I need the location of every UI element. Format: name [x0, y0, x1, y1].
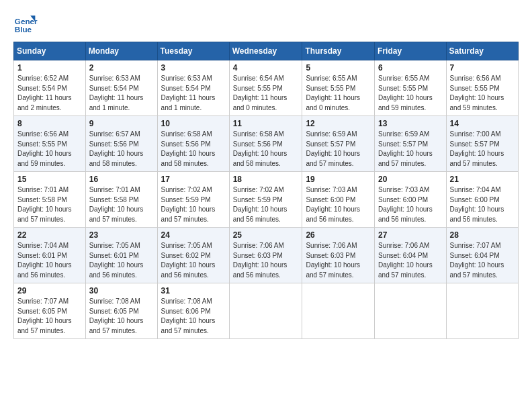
calendar-cell: 21 Sunrise: 7:04 AMSunset: 6:00 PMDaylig… — [446, 172, 518, 228]
weekday-header-row: SundayMondayTuesdayWednesdayThursdayFrid… — [14, 42, 519, 60]
logo: General Blue — [13, 11, 40, 35]
header: General Blue — [13, 11, 519, 35]
day-detail: Sunrise: 6:54 AMSunset: 5:55 PMDaylight:… — [233, 75, 287, 111]
day-number: 26 — [306, 230, 371, 240]
day-detail: Sunrise: 7:04 AMSunset: 6:00 PMDaylight:… — [450, 186, 504, 223]
calendar-cell: 5 Sunrise: 6:55 AMSunset: 5:55 PMDayligh… — [302, 60, 375, 116]
logo-icon: General Blue — [13, 11, 38, 35]
day-detail: Sunrise: 7:00 AMSunset: 5:57 PMDaylight:… — [450, 130, 504, 167]
calendar-week-3: 15 Sunrise: 7:01 AMSunset: 5:58 PMDaylig… — [14, 172, 519, 228]
day-number: 30 — [89, 286, 154, 295]
calendar-cell: 23 Sunrise: 7:05 AMSunset: 6:01 PMDaylig… — [85, 228, 157, 283]
day-number: 1 — [17, 63, 82, 73]
weekday-header-tuesday: Tuesday — [157, 42, 229, 60]
calendar-cell: 18 Sunrise: 7:02 AMSunset: 5:59 PMDaylig… — [229, 172, 302, 228]
day-detail: Sunrise: 6:58 AMSunset: 5:56 PMDaylight:… — [233, 130, 287, 167]
day-number: 25 — [233, 230, 299, 240]
weekday-header-thursday: Thursday — [302, 42, 375, 60]
calendar-cell: 11 Sunrise: 6:58 AMSunset: 5:56 PMDaylig… — [229, 116, 302, 172]
calendar-cell: 17 Sunrise: 7:02 AMSunset: 5:59 PMDaylig… — [157, 172, 229, 228]
day-detail: Sunrise: 7:06 AMSunset: 6:03 PMDaylight:… — [306, 242, 360, 279]
calendar-cell: 13 Sunrise: 6:59 AMSunset: 5:57 PMDaylig… — [375, 116, 446, 172]
day-detail: Sunrise: 7:06 AMSunset: 6:03 PMDaylight:… — [233, 242, 287, 279]
calendar-cell: 9 Sunrise: 6:57 AMSunset: 5:56 PMDayligh… — [85, 116, 157, 172]
weekday-header-saturday: Saturday — [446, 42, 518, 60]
day-number: 4 — [233, 63, 299, 73]
day-detail: Sunrise: 6:58 AMSunset: 5:56 PMDaylight:… — [161, 130, 216, 167]
calendar-cell: 10 Sunrise: 6:58 AMSunset: 5:56 PMDaylig… — [157, 116, 229, 172]
day-detail: Sunrise: 7:07 AMSunset: 6:04 PMDaylight:… — [450, 242, 504, 279]
day-number: 10 — [161, 119, 226, 128]
calendar-cell: 4 Sunrise: 6:54 AMSunset: 5:55 PMDayligh… — [229, 60, 302, 116]
calendar-cell: 31 Sunrise: 7:08 AMSunset: 6:06 PMDaylig… — [157, 283, 229, 339]
svg-text:Blue: Blue — [15, 25, 32, 34]
day-detail: Sunrise: 7:02 AMSunset: 5:59 PMDaylight:… — [233, 186, 287, 223]
calendar-cell: 25 Sunrise: 7:06 AMSunset: 6:03 PMDaylig… — [229, 228, 302, 283]
day-number: 13 — [378, 119, 442, 128]
day-number: 6 — [378, 63, 442, 73]
day-number: 9 — [89, 119, 154, 128]
calendar-cell — [446, 283, 518, 339]
day-number: 23 — [89, 230, 154, 240]
weekday-header-sunday: Sunday — [14, 42, 86, 60]
day-detail: Sunrise: 7:02 AMSunset: 5:59 PMDaylight:… — [161, 186, 216, 223]
calendar-cell: 7 Sunrise: 6:56 AMSunset: 5:55 PMDayligh… — [446, 60, 518, 116]
day-number: 8 — [17, 119, 82, 128]
day-detail: Sunrise: 6:53 AMSunset: 5:54 PMDaylight:… — [161, 75, 216, 111]
calendar-cell: 12 Sunrise: 6:59 AMSunset: 5:57 PMDaylig… — [302, 116, 375, 172]
calendar-cell — [375, 283, 446, 339]
day-number: 21 — [450, 175, 515, 184]
day-detail: Sunrise: 7:07 AMSunset: 6:05 PMDaylight:… — [17, 298, 72, 334]
day-detail: Sunrise: 7:03 AMSunset: 6:00 PMDaylight:… — [306, 186, 360, 223]
day-number: 11 — [233, 119, 299, 128]
day-number: 15 — [17, 175, 82, 184]
calendar-week-5: 29 Sunrise: 7:07 AMSunset: 6:05 PMDaylig… — [14, 283, 519, 339]
day-detail: Sunrise: 7:05 AMSunset: 6:02 PMDaylight:… — [161, 242, 216, 279]
calendar-cell: 16 Sunrise: 7:01 AMSunset: 5:58 PMDaylig… — [85, 172, 157, 228]
day-detail: Sunrise: 6:53 AMSunset: 5:54 PMDaylight:… — [89, 75, 144, 111]
calendar-week-1: 1 Sunrise: 6:52 AMSunset: 5:54 PMDayligh… — [14, 60, 519, 116]
day-number: 31 — [161, 286, 226, 295]
day-number: 22 — [17, 230, 82, 240]
calendar-cell: 14 Sunrise: 7:00 AMSunset: 5:57 PMDaylig… — [446, 116, 518, 172]
calendar-cell: 26 Sunrise: 7:06 AMSunset: 6:03 PMDaylig… — [302, 228, 375, 283]
calendar-cell: 15 Sunrise: 7:01 AMSunset: 5:58 PMDaylig… — [14, 172, 86, 228]
day-detail: Sunrise: 6:52 AMSunset: 5:54 PMDaylight:… — [17, 75, 72, 111]
weekday-header-wednesday: Wednesday — [229, 42, 302, 60]
calendar-cell: 22 Sunrise: 7:04 AMSunset: 6:01 PMDaylig… — [14, 228, 86, 283]
weekday-header-monday: Monday — [85, 42, 157, 60]
day-number: 12 — [306, 119, 371, 128]
day-detail: Sunrise: 6:56 AMSunset: 5:55 PMDaylight:… — [450, 75, 504, 111]
calendar-cell: 2 Sunrise: 6:53 AMSunset: 5:54 PMDayligh… — [85, 60, 157, 116]
day-detail: Sunrise: 7:03 AMSunset: 6:00 PMDaylight:… — [378, 186, 433, 223]
day-detail: Sunrise: 6:55 AMSunset: 5:55 PMDaylight:… — [378, 75, 433, 111]
day-number: 24 — [161, 230, 226, 240]
calendar-cell: 1 Sunrise: 6:52 AMSunset: 5:54 PMDayligh… — [14, 60, 86, 116]
day-number: 7 — [450, 63, 515, 73]
day-detail: Sunrise: 7:06 AMSunset: 6:04 PMDaylight:… — [378, 242, 433, 279]
day-detail: Sunrise: 7:04 AMSunset: 6:01 PMDaylight:… — [17, 242, 72, 279]
day-number: 27 — [378, 230, 442, 240]
day-number: 20 — [378, 175, 442, 184]
day-detail: Sunrise: 6:59 AMSunset: 5:57 PMDaylight:… — [306, 130, 360, 167]
calendar-cell — [229, 283, 302, 339]
day-detail: Sunrise: 7:01 AMSunset: 5:58 PMDaylight:… — [17, 186, 72, 223]
calendar-cell: 8 Sunrise: 6:56 AMSunset: 5:55 PMDayligh… — [14, 116, 86, 172]
calendar-cell: 6 Sunrise: 6:55 AMSunset: 5:55 PMDayligh… — [375, 60, 446, 116]
day-number: 14 — [450, 119, 515, 128]
day-number: 19 — [306, 175, 371, 184]
day-detail: Sunrise: 6:59 AMSunset: 5:57 PMDaylight:… — [378, 130, 433, 167]
day-number: 18 — [233, 175, 299, 184]
calendar-week-2: 8 Sunrise: 6:56 AMSunset: 5:55 PMDayligh… — [14, 116, 519, 172]
day-detail: Sunrise: 6:55 AMSunset: 5:55 PMDaylight:… — [306, 75, 360, 111]
calendar-cell: 29 Sunrise: 7:07 AMSunset: 6:05 PMDaylig… — [14, 283, 86, 339]
day-detail: Sunrise: 7:05 AMSunset: 6:01 PMDaylight:… — [89, 242, 144, 279]
day-detail: Sunrise: 6:56 AMSunset: 5:55 PMDaylight:… — [17, 130, 72, 167]
day-detail: Sunrise: 7:08 AMSunset: 6:05 PMDaylight:… — [89, 298, 144, 334]
day-number: 17 — [161, 175, 226, 184]
day-number: 16 — [89, 175, 154, 184]
day-number: 5 — [306, 63, 371, 73]
calendar-cell — [302, 283, 375, 339]
day-number: 29 — [17, 286, 82, 295]
calendar-cell: 30 Sunrise: 7:08 AMSunset: 6:05 PMDaylig… — [85, 283, 157, 339]
